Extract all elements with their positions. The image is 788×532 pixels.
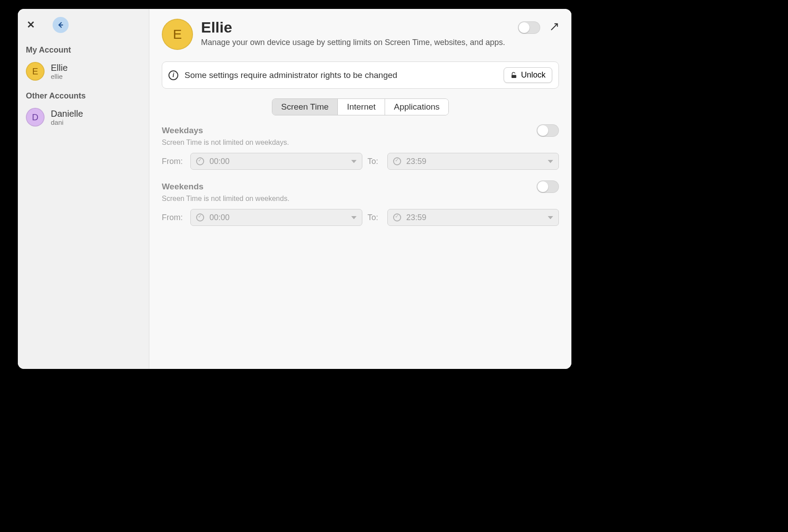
- admin-rights-banner: i Some settings require administrator ri…: [162, 61, 559, 89]
- time-value: 23:59: [406, 157, 427, 166]
- from-label: From:: [162, 213, 185, 222]
- clock-icon: [196, 213, 204, 221]
- unlock-icon: [510, 72, 517, 79]
- unlock-button[interactable]: Unlock: [504, 67, 552, 83]
- chevron-down-icon: [548, 160, 553, 163]
- toggle-knob: [538, 125, 548, 136]
- account-username: ellie: [51, 73, 68, 80]
- chevron-down-icon: [351, 216, 357, 219]
- tab-applications[interactable]: Applications: [385, 99, 448, 115]
- weekends-block: Weekends Screen Time is not limited on w…: [162, 180, 559, 226]
- from-label: From:: [162, 157, 185, 166]
- clock-icon: [393, 157, 401, 165]
- toggle-knob: [519, 22, 529, 33]
- weekends-subtitle: Screen Time is not limited on weekends.: [162, 195, 559, 203]
- page-header: E Ellie Manage your own device usage by …: [162, 19, 559, 50]
- time-value: 00:00: [209, 213, 230, 222]
- weekends-time-row: From: 00:00 To: 23:59: [162, 209, 559, 226]
- to-label: To:: [368, 157, 382, 166]
- expand-icon[interactable]: [550, 22, 559, 33]
- sidebar-top-controls: ✕: [24, 17, 143, 33]
- sidebar: ✕ My Account E Ellie ellie Other Account…: [18, 9, 149, 369]
- settings-window: ✕ My Account E Ellie ellie Other Account…: [18, 9, 571, 369]
- chevron-down-icon: [548, 216, 553, 219]
- account-username: dani: [51, 119, 83, 126]
- weekdays-block: Weekdays Screen Time is not limited on w…: [162, 124, 559, 170]
- weekdays-to-input[interactable]: 23:59: [387, 153, 559, 170]
- banner-text: Some settings require administrator righ…: [185, 70, 497, 80]
- avatar: D: [26, 108, 45, 127]
- weekdays-time-row: From: 00:00 To: 23:59: [162, 153, 559, 170]
- toggle-knob: [538, 181, 548, 192]
- chevron-down-icon: [351, 160, 357, 163]
- tabs: Screen Time Internet Applications: [162, 98, 559, 115]
- back-button[interactable]: [53, 17, 69, 33]
- arrow-left-icon: [57, 21, 65, 29]
- header-controls: [518, 19, 559, 34]
- title-block: Ellie Manage your own device usage by se…: [201, 19, 510, 47]
- close-icon[interactable]: ✕: [27, 20, 35, 30]
- svg-rect-0: [512, 75, 517, 78]
- account-text: Ellie ellie: [51, 63, 68, 80]
- weekdays-from-input[interactable]: 00:00: [190, 153, 362, 170]
- page-title: Ellie: [201, 19, 510, 36]
- tab-screen-time[interactable]: Screen Time: [272, 99, 338, 115]
- account-name: Danielle: [51, 109, 83, 119]
- weekends-from-input[interactable]: 00:00: [190, 209, 362, 226]
- tab-internet[interactable]: Internet: [338, 99, 385, 115]
- sidebar-item-my-account[interactable]: E Ellie ellie: [24, 59, 143, 87]
- master-toggle[interactable]: [518, 21, 540, 34]
- block-head: Weekends: [162, 180, 559, 193]
- unlock-label: Unlock: [521, 70, 546, 80]
- main-panel: E Ellie Manage your own device usage by …: [149, 9, 571, 369]
- weekdays-toggle[interactable]: [537, 124, 559, 137]
- avatar: E: [26, 62, 45, 81]
- clock-icon: [393, 213, 401, 221]
- weekdays-subtitle: Screen Time is not limited on weekdays.: [162, 139, 559, 147]
- tab-group: Screen Time Internet Applications: [272, 98, 449, 115]
- account-text: Danielle dani: [51, 109, 83, 126]
- clock-icon: [196, 157, 204, 165]
- account-name: Ellie: [51, 63, 68, 73]
- page-subtitle: Manage your own device usage by setting …: [201, 38, 510, 47]
- to-label: To:: [368, 213, 382, 222]
- weekends-title: Weekends: [162, 182, 204, 192]
- info-icon: i: [168, 70, 178, 80]
- my-account-label: My Account: [26, 45, 143, 55]
- time-value: 00:00: [209, 157, 230, 166]
- time-value: 23:59: [406, 213, 427, 222]
- other-accounts-label: Other Accounts: [26, 91, 143, 101]
- weekends-toggle[interactable]: [537, 180, 559, 193]
- avatar: E: [162, 19, 193, 50]
- sidebar-item-other-account[interactable]: D Danielle dani: [24, 105, 143, 133]
- weekdays-title: Weekdays: [162, 126, 203, 135]
- weekends-to-input[interactable]: 23:59: [387, 209, 559, 226]
- block-head: Weekdays: [162, 124, 559, 137]
